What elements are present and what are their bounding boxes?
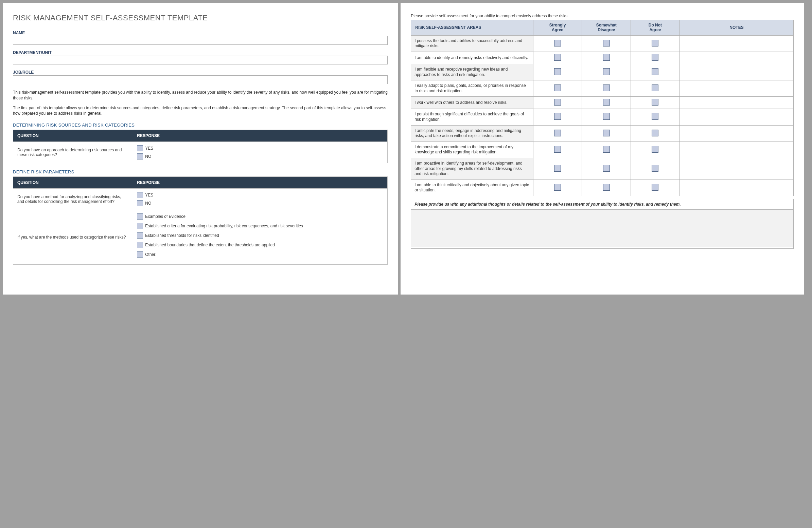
params-opt-checkbox-3[interactable]	[137, 242, 143, 248]
assessment-dna-cell	[631, 141, 680, 158]
assessment-sa-cell	[533, 109, 582, 125]
assessment-dna-cell	[631, 109, 680, 125]
assessment-sd-checkbox[interactable]	[603, 146, 610, 153]
assessment-notes-cell[interactable]	[680, 158, 793, 180]
role-input[interactable]	[13, 75, 388, 84]
page-title: RISK MANAGEMENT SELF-ASSESSMENT TEMPLATE	[13, 14, 388, 22]
name-input[interactable]	[13, 36, 388, 45]
additional-thoughts-input[interactable]	[411, 210, 793, 247]
field-name: NAME	[13, 31, 388, 45]
assessment-area: I am proactive in identifying areas for …	[411, 158, 533, 180]
sources-yes-checkbox[interactable]	[137, 145, 143, 151]
assessment-dna-checkbox[interactable]	[652, 54, 658, 61]
assessment-sa-cell	[533, 80, 582, 97]
params-opt-checkbox-0[interactable]	[137, 213, 143, 220]
assessment-area: I demonstrate a commitment to the improv…	[411, 141, 533, 158]
assessment-dna-cell	[631, 35, 680, 51]
assessment-notes-cell[interactable]	[680, 180, 793, 196]
assessment-row: I demonstrate a commitment to the improv…	[411, 141, 794, 158]
params-q2-response: Examples of EvidenceEstablished criteria…	[133, 210, 388, 265]
params-opt-checkbox-1[interactable]	[137, 223, 143, 229]
intro-p2: The first part of this template allows y…	[13, 105, 388, 117]
assessment-sa-checkbox[interactable]	[554, 146, 561, 153]
dept-input[interactable]	[13, 56, 388, 64]
assessment-sa-checkbox[interactable]	[554, 40, 561, 46]
assessment-sd-cell	[582, 35, 631, 51]
sources-no-label: NO	[145, 154, 151, 159]
assessment-dna-cell	[631, 97, 680, 109]
assessment-instruction: Please provide self-assessment for your …	[411, 14, 794, 18]
assessment-row: I anticipate the needs, engage in addres…	[411, 125, 794, 141]
assessment-dna-checkbox[interactable]	[652, 113, 658, 120]
params-no-checkbox[interactable]	[137, 200, 143, 206]
assessment-sd-checkbox[interactable]	[603, 54, 610, 61]
assessment-dna-checkbox[interactable]	[652, 85, 658, 91]
assessment-sa-cell	[533, 51, 582, 64]
section-heading-params: DEFINE RISK PARAMETERS	[13, 169, 388, 175]
assessment-dna-cell	[631, 51, 680, 64]
params-opt-checkbox-2[interactable]	[137, 232, 143, 239]
additional-prompt: Please provide us with any additional th…	[411, 199, 793, 210]
assessment-dna-checkbox[interactable]	[652, 40, 658, 46]
field-role: JOB/ROLE	[13, 70, 388, 84]
assessment-sd-checkbox[interactable]	[603, 68, 610, 75]
assessment-dna-checkbox[interactable]	[652, 99, 658, 106]
assessment-sd-cell	[582, 80, 631, 97]
assessment-notes-cell[interactable]	[680, 51, 793, 64]
assessment-area: I am able to identify and remedy risks e…	[411, 51, 533, 64]
assessment-sa-checkbox[interactable]	[554, 165, 561, 172]
assessment-notes-cell[interactable]	[680, 35, 793, 51]
assessment-sa-cell	[533, 125, 582, 141]
assessment-area: I am flexible and receptive regarding ne…	[411, 64, 533, 80]
assessment-area: I am able to think critically and object…	[411, 180, 533, 196]
sources-question: Do you have an approach to determining r…	[13, 142, 133, 163]
assessment-area: I anticipate the needs, engage in addres…	[411, 125, 533, 141]
role-label: JOB/ROLE	[13, 70, 388, 75]
assessment-notes-cell[interactable]	[680, 109, 793, 125]
header-do-not-agree: Do NotAgree	[631, 20, 680, 36]
assessment-sd-cell	[582, 125, 631, 141]
assessment-notes-cell[interactable]	[680, 141, 793, 158]
assessment-area: I possess the tools and abilities to suc…	[411, 35, 533, 51]
assessment-sd-checkbox[interactable]	[603, 130, 610, 136]
assessment-area: I persist through significant difficulti…	[411, 109, 533, 125]
assessment-dna-cell	[631, 64, 680, 80]
assessment-notes-cell[interactable]	[680, 80, 793, 97]
assessment-sd-checkbox[interactable]	[603, 113, 610, 120]
assessment-dna-checkbox[interactable]	[652, 68, 658, 75]
assessment-sa-checkbox[interactable]	[554, 68, 561, 75]
params-opt-checkbox-4[interactable]	[137, 252, 143, 258]
assessment-dna-checkbox[interactable]	[652, 130, 658, 136]
assessment-sd-checkbox[interactable]	[603, 184, 610, 191]
field-dept: DEPARTMENT/UNIT	[13, 50, 388, 64]
assessment-sa-checkbox[interactable]	[554, 184, 561, 191]
page-right: Please provide self-assessment for your …	[401, 3, 804, 295]
assessment-notes-cell[interactable]	[680, 125, 793, 141]
assessment-dna-cell	[631, 180, 680, 196]
assessment-notes-cell[interactable]	[680, 97, 793, 109]
assessment-row: I am able to think critically and object…	[411, 180, 794, 196]
sources-table: QUESTION RESPONSE Do you have an approac…	[13, 130, 388, 163]
assessment-sd-checkbox[interactable]	[603, 85, 610, 91]
assessment-sa-checkbox[interactable]	[554, 130, 561, 136]
params-yes-checkbox[interactable]	[137, 192, 143, 198]
assessment-sa-checkbox[interactable]	[554, 85, 561, 91]
assessment-row: I possess the tools and abilities to suc…	[411, 35, 794, 51]
params-opt-label-3: Established boundaries that define the e…	[145, 243, 275, 247]
assessment-sd-checkbox[interactable]	[603, 165, 610, 172]
assessment-sa-checkbox[interactable]	[554, 54, 561, 61]
assessment-sa-checkbox[interactable]	[554, 113, 561, 120]
assessment-dna-checkbox[interactable]	[652, 184, 658, 191]
intro-p1: This risk-management self-assessment tem…	[13, 90, 388, 101]
assessment-sd-checkbox[interactable]	[603, 99, 610, 106]
assessment-row: I easily adapt to plans, goals, actions,…	[411, 80, 794, 97]
assessment-notes-cell[interactable]	[680, 64, 793, 80]
assessment-dna-checkbox[interactable]	[652, 165, 658, 172]
sources-no-checkbox[interactable]	[137, 153, 143, 160]
params-yes-label: YES	[145, 193, 153, 197]
section-heading-sources: DETERMINING RISK SOURCES AND RISK CATEGO…	[13, 122, 388, 127]
col-response: RESPONSE	[133, 177, 388, 188]
assessment-dna-checkbox[interactable]	[652, 146, 658, 153]
assessment-sa-checkbox[interactable]	[554, 99, 561, 106]
assessment-sd-checkbox[interactable]	[603, 40, 610, 46]
